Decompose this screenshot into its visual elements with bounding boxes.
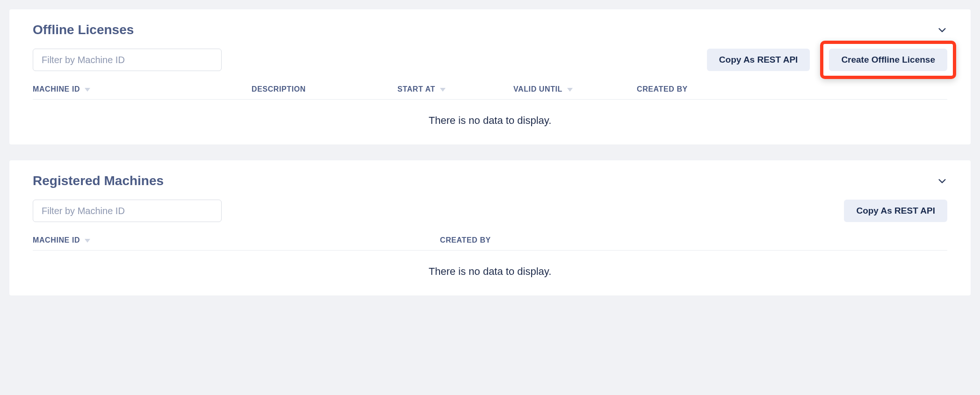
machines-empty-message: There is no data to display. <box>33 251 947 284</box>
col-start-at-label: START AT <box>397 85 435 93</box>
sort-caret-icon <box>85 238 90 243</box>
svg-marker-0 <box>85 88 90 92</box>
svg-marker-2 <box>567 88 573 92</box>
col-created-by[interactable]: CREATED BY <box>637 85 947 93</box>
machines-title: Registered Machines <box>33 173 164 188</box>
registered-machines-card: Registered Machines Copy As REST API MAC… <box>9 160 971 295</box>
offline-button-group: Copy As REST API Create Offline License <box>707 49 947 71</box>
offline-toolbar: Copy As REST API Create Offline License <box>33 49 947 71</box>
copy-rest-api-button[interactable]: Copy As REST API <box>707 49 810 71</box>
col-machine-id[interactable]: MACHINE ID <box>33 236 440 244</box>
create-offline-license-highlight: Create Offline License <box>820 41 956 79</box>
offline-table-header: MACHINE ID DESCRIPTION START AT VALID UN… <box>33 85 947 100</box>
col-valid-until[interactable]: VALID UNTIL <box>513 85 637 93</box>
machines-toolbar: Copy As REST API <box>33 200 947 222</box>
col-start-at[interactable]: START AT <box>397 85 513 93</box>
offline-filter-input[interactable] <box>33 49 222 71</box>
col-machine-id-label: MACHINE ID <box>33 236 80 244</box>
offline-header: Offline Licenses <box>33 22 947 37</box>
chevron-down-icon[interactable] <box>937 176 947 186</box>
col-created-by-label: CREATED BY <box>637 85 688 93</box>
col-machine-id[interactable]: MACHINE ID <box>33 85 252 93</box>
offline-empty-message: There is no data to display. <box>33 100 947 133</box>
col-description[interactable]: DESCRIPTION <box>252 85 397 93</box>
sort-caret-icon <box>85 87 90 92</box>
col-description-label: DESCRIPTION <box>252 85 306 93</box>
sort-caret-icon <box>440 87 446 92</box>
offline-licenses-card: Offline Licenses Copy As REST API Create… <box>9 9 971 144</box>
svg-marker-3 <box>85 239 90 243</box>
machines-filter-input[interactable] <box>33 200 222 222</box>
col-machine-id-label: MACHINE ID <box>33 85 80 93</box>
svg-marker-1 <box>440 88 446 92</box>
col-created-by[interactable]: CREATED BY <box>440 236 947 244</box>
machines-button-group: Copy As REST API <box>844 200 947 222</box>
sort-caret-icon <box>567 87 573 92</box>
machines-table-header: MACHINE ID CREATED BY <box>33 236 947 251</box>
copy-rest-api-button[interactable]: Copy As REST API <box>844 200 947 222</box>
col-valid-until-label: VALID UNTIL <box>513 85 562 93</box>
create-offline-license-button[interactable]: Create Offline License <box>829 49 947 71</box>
machines-header: Registered Machines <box>33 173 947 188</box>
col-created-by-label: CREATED BY <box>440 236 491 244</box>
chevron-down-icon[interactable] <box>937 25 947 35</box>
offline-title: Offline Licenses <box>33 22 134 37</box>
